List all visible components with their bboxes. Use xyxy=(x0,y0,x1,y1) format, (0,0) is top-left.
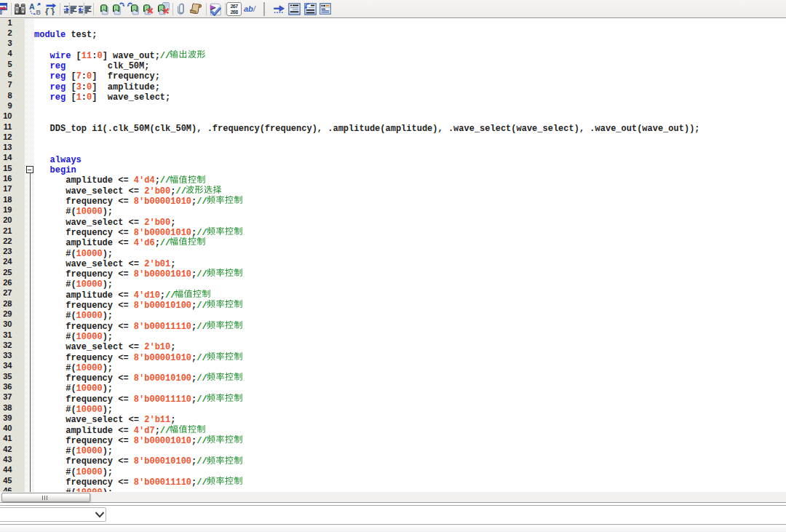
svg-text:{}: {} xyxy=(44,7,55,16)
svg-text:B: B xyxy=(36,9,41,15)
svg-text:A: A xyxy=(29,3,35,11)
